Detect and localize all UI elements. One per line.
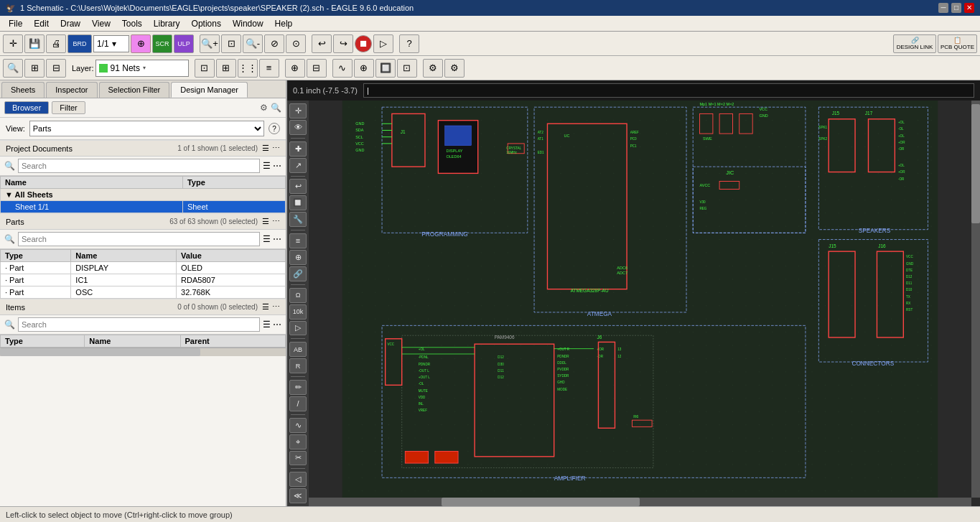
settings-icon[interactable]: ⚙ — [260, 103, 268, 113]
resistor-button[interactable]: Ω — [289, 288, 307, 303]
items-list-icon2[interactable]: ☰ — [263, 320, 271, 330]
tab-design-manager[interactable]: Design Manager — [171, 82, 248, 98]
table-row[interactable]: Sheet 1/1 Sheet — [1, 201, 286, 213]
close-button[interactable]: ✕ — [964, 3, 974, 13]
canvas-v-scrollbar[interactable] — [971, 101, 980, 498]
resistor-value-button[interactable]: 10k — [289, 304, 307, 320]
sheet-dropdown-icon[interactable]: ▾ — [112, 39, 116, 49]
pointer-tool-button[interactable]: ✛ — [3, 34, 23, 53]
zoom-in-button[interactable]: 🔍+ — [200, 34, 220, 53]
menu-options[interactable]: Options — [186, 17, 227, 30]
zoom-minus-button[interactable]: ⊘ — [264, 34, 284, 53]
measure-button[interactable]: ⊕ — [354, 59, 374, 78]
redo-button[interactable]: ↪ — [333, 34, 353, 53]
r-button[interactable]: R — [289, 358, 307, 373]
net-button[interactable]: ≡ — [289, 233, 307, 248]
view-nets-button[interactable]: ⊟ — [307, 59, 327, 78]
parts-list-icon[interactable]: ☰ — [262, 217, 269, 226]
table-row[interactable]: ▼ All Sheets — [1, 189, 286, 201]
brd-button[interactable]: BRD — [67, 34, 92, 53]
search-icon[interactable]: 🔍 — [271, 103, 281, 113]
items-more-icon2[interactable]: ⋯ — [273, 320, 281, 330]
menu-view[interactable]: View — [86, 17, 116, 30]
canvas-h-scrollbar[interactable] — [309, 498, 971, 506]
menu-tools[interactable]: Tools — [116, 17, 148, 30]
eagle-button[interactable]: ⊕ — [131, 34, 151, 53]
view-help-button[interactable]: ? — [269, 123, 280, 134]
more-icon[interactable]: ⋯ — [272, 144, 280, 153]
ulp-button[interactable]: ULP — [174, 34, 194, 53]
grid-lines-button[interactable]: ≡ — [259, 59, 279, 78]
tool-button[interactable]: 🔧 — [289, 212, 307, 227]
canvas-area[interactable]: 0.1 inch (-7.5 -3.7) ✛ 👁 ✚ ↗ ↩ 🔲 🔧 ≡ ⊕ 🔗… — [287, 80, 980, 506]
grid-alt-button[interactable]: ⊞ — [216, 59, 236, 78]
forward-button[interactable]: ▷ — [373, 34, 393, 53]
drc2-button[interactable]: ⊡ — [397, 59, 417, 78]
copy-button[interactable]: 🔲 — [289, 195, 307, 210]
project-documents-header[interactable]: Project Documents 1 of 1 shown (1 select… — [0, 140, 286, 157]
table-row[interactable]: · Part DISPLAY OLED — [1, 262, 286, 274]
docs-list-icon[interactable]: ☰ — [263, 161, 271, 171]
save-button[interactable]: 💾 — [24, 34, 45, 53]
pcb-quote-button[interactable]: 📋PCB QUOTE — [938, 34, 977, 53]
slash-button[interactable]: / — [289, 396, 307, 411]
zoom-percent-button[interactable]: ⊙ — [286, 34, 306, 53]
settings2-button[interactable]: ⚙ — [444, 59, 465, 78]
back-button[interactable]: ◁ — [289, 472, 307, 487]
tab-inspector[interactable]: Inspector — [46, 82, 97, 98]
table-row[interactable]: · Part IC1 RDA5807 — [1, 274, 286, 286]
menu-library[interactable]: Library — [148, 17, 186, 30]
view-layers-button[interactable]: ⊕ — [285, 59, 305, 78]
measure-tool-button[interactable]: ⌖ — [289, 434, 307, 449]
left-panel-h-scrollbar[interactable] — [0, 348, 286, 356]
maximize-button[interactable]: □ — [951, 3, 961, 13]
parts-more-icon[interactable]: ⋯ — [272, 217, 280, 226]
menu-file[interactable]: File — [3, 17, 28, 30]
print-button[interactable]: 🖨 — [46, 34, 66, 53]
grid-button[interactable]: ⊞ — [24, 59, 45, 78]
parts-header[interactable]: Parts 63 of 63 shown (0 selected) ☰ ⋯ — [0, 213, 286, 230]
sub-tab-filter[interactable]: Filter — [52, 101, 85, 114]
command-input[interactable] — [363, 83, 974, 98]
menu-edit[interactable]: Edit — [28, 17, 55, 30]
menu-draw[interactable]: Draw — [55, 17, 86, 30]
items-header[interactable]: Items 0 of 0 shown (0 selected) ☰ ⋯ — [0, 299, 286, 315]
tab-sheets[interactable]: Sheets — [1, 82, 45, 98]
stop-button[interactable]: ⏹ — [355, 35, 372, 52]
expand-button[interactable]: ≪ — [289, 488, 307, 503]
arc-button[interactable]: ∿ — [332, 59, 353, 78]
undo-tool-button[interactable]: ↩ — [289, 179, 307, 194]
project-docs-search-input[interactable] — [18, 159, 260, 173]
menu-help[interactable]: Help — [269, 17, 299, 30]
list-icon[interactable]: ☰ — [262, 144, 269, 153]
scr-button[interactable]: SCR — [152, 34, 172, 53]
add-button[interactable]: ✚ — [289, 141, 307, 157]
sheet-selector[interactable]: 1/1 ▾ — [93, 35, 129, 52]
label-button[interactable]: ▷ — [289, 321, 307, 336]
parts-list-icon2[interactable]: ☰ — [263, 234, 271, 244]
scissors-button[interactable]: ✂ — [289, 451, 307, 466]
zoom-out-button[interactable]: 🔍- — [243, 34, 263, 53]
schematic-view[interactable]: PROGRAMMING J1 DISPLAY OLED64 GND SDA SC… — [309, 101, 971, 498]
drc-button[interactable]: 🔲 — [375, 59, 396, 78]
items-more-icon[interactable]: ⋯ — [272, 302, 280, 312]
filter2-button[interactable]: ⊟ — [46, 59, 66, 78]
text-button[interactable]: AB — [289, 342, 307, 357]
parts-more-icon2[interactable]: ⋯ — [273, 234, 281, 244]
wire-button[interactable]: ✏ — [289, 380, 307, 395]
junction-button[interactable]: ⊕ — [289, 250, 307, 265]
grid-toggle-button[interactable]: ⊡ — [195, 59, 215, 78]
view-select[interactable]: Parts — [29, 121, 264, 136]
layer-selector[interactable]: 91 Nets ▾ — [95, 60, 189, 77]
look-button[interactable]: 👁 — [289, 120, 307, 135]
undo-button[interactable]: ↩ — [312, 34, 332, 53]
table-row[interactable]: · Part OSC 32.768K — [1, 286, 286, 299]
items-list-icon[interactable]: ☰ — [262, 302, 269, 312]
settings-button[interactable]: ⚙ — [423, 59, 443, 78]
help-button[interactable]: ? — [399, 34, 419, 53]
docs-more-icon[interactable]: ⋯ — [273, 161, 281, 171]
bus-button[interactable]: 🔗 — [289, 266, 307, 281]
info-button[interactable]: ∿ — [289, 418, 307, 433]
layer-dropdown-arrow[interactable]: ▾ — [143, 65, 146, 71]
filter-button[interactable]: 🔍 — [3, 59, 23, 78]
